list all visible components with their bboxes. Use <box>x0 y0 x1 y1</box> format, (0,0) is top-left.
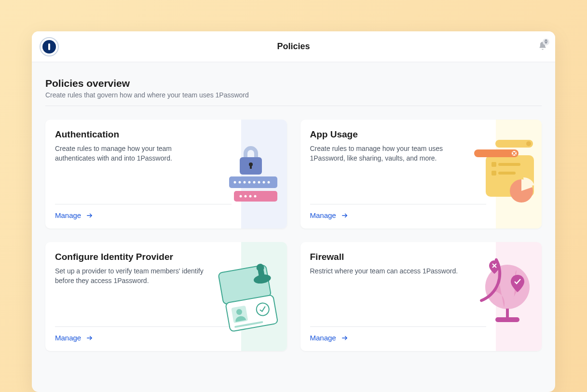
svg-rect-25 <box>498 172 516 175</box>
card-description: Set up a provider to verify team members… <box>55 266 209 286</box>
policy-card-grid: Authentication Create rules to manage ho… <box>45 120 542 351</box>
header-bar: Policies 0 <box>32 31 555 62</box>
card-authentication: Authentication Create rules to manage ho… <box>45 120 287 229</box>
card-title: App Usage <box>310 129 487 140</box>
overview-subtitle: Create rules that govern how and where y… <box>45 91 542 99</box>
svg-point-20 <box>526 141 531 146</box>
svg-point-5 <box>233 181 236 184</box>
svg-point-11 <box>262 181 265 184</box>
app-usage-illustration <box>496 120 542 229</box>
svg-point-15 <box>244 195 246 198</box>
card-description: Create rules to manage how your team aut… <box>55 144 209 163</box>
svg-rect-24 <box>491 171 496 176</box>
svg-point-12 <box>267 181 270 184</box>
svg-rect-3 <box>250 164 252 169</box>
firewall-illustration <box>496 242 542 351</box>
svg-point-9 <box>253 181 255 184</box>
idp-illustration <box>241 242 287 351</box>
overview-heading: Policies overview <box>45 78 542 89</box>
authentication-illustration <box>241 120 287 229</box>
arrow-right-icon <box>86 212 94 219</box>
svg-rect-44 <box>495 317 519 322</box>
svg-rect-22 <box>491 162 496 167</box>
svg-rect-23 <box>498 163 520 166</box>
svg-point-7 <box>243 181 246 184</box>
card-identity-provider: Configure Identity Provider Set up a pro… <box>45 242 287 351</box>
svg-point-14 <box>239 195 242 198</box>
content-region: Policies overview Create rules that gove… <box>32 62 555 366</box>
notifications-button[interactable]: 0 <box>538 41 547 53</box>
app-window: Policies 0 Policies overview Create rule… <box>32 31 555 392</box>
app-logo[interactable] <box>40 37 59 56</box>
manage-label: Manage <box>310 211 336 219</box>
arrow-right-icon <box>341 335 349 341</box>
card-title: Authentication <box>55 129 232 140</box>
card-description: Restrict where your team can access 1Pas… <box>310 266 464 276</box>
card-firewall: Firewall Restrict where your team can ac… <box>300 242 542 351</box>
svg-point-16 <box>249 195 251 198</box>
svg-point-6 <box>238 181 241 184</box>
overview-divider <box>45 106 542 106</box>
arrow-right-icon <box>86 335 94 341</box>
svg-point-17 <box>254 195 256 198</box>
svg-rect-43 <box>506 309 509 318</box>
card-description: Create rules to manage how your team use… <box>310 144 464 163</box>
svg-point-10 <box>258 181 260 184</box>
manage-app-usage-link[interactable]: Manage <box>310 211 349 219</box>
card-title: Firewall <box>310 252 487 262</box>
notification-count-badge: 0 <box>543 39 549 45</box>
card-title: Configure Identity Provider <box>55 252 232 262</box>
manage-firewall-link[interactable]: Manage <box>310 334 349 342</box>
manage-label: Manage <box>55 334 81 342</box>
card-app-usage: App Usage Create rules to manage how you… <box>300 120 542 229</box>
manage-idp-link[interactable]: Manage <box>55 334 94 342</box>
manage-label: Manage <box>55 211 81 219</box>
page-title: Policies <box>32 41 555 52</box>
arrow-right-icon <box>341 212 349 219</box>
manage-label: Manage <box>310 334 336 342</box>
manage-authentication-link[interactable]: Manage <box>55 211 94 219</box>
svg-point-8 <box>248 181 250 184</box>
